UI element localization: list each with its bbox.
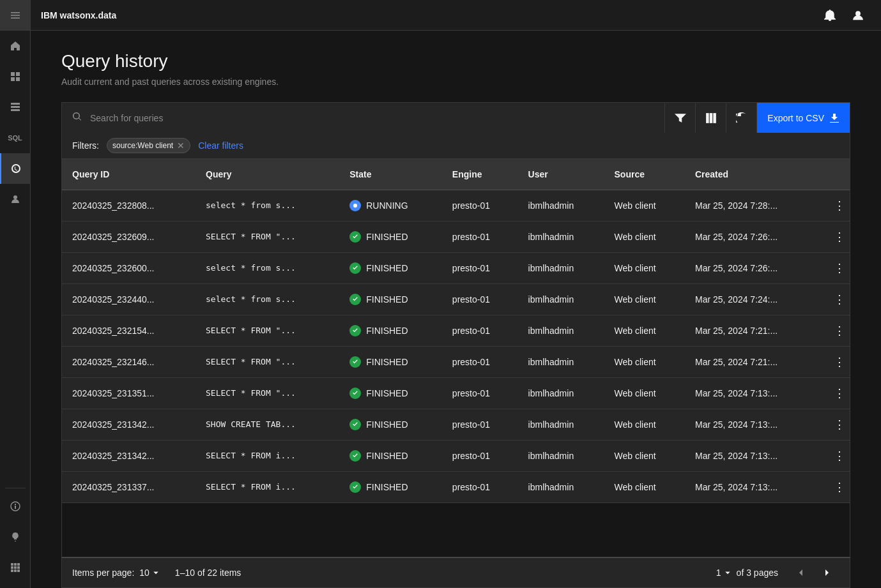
col-header-query: Query: [195, 159, 339, 190]
cell-query: select * from s...: [195, 190, 339, 221]
filter-tag-close-button[interactable]: ✕: [177, 141, 185, 150]
cell-engine: presto-01: [442, 346, 518, 377]
cell-user: ibmlhadmin: [518, 190, 604, 221]
main-content: IBM watsonx.data Query history Audit cur…: [31, 0, 881, 588]
cell-engine: presto-01: [442, 190, 518, 221]
sidebar-item-sql[interactable]: SQL: [0, 123, 31, 153]
row-menu-button[interactable]: ⋮: [829, 383, 850, 403]
table-row: 20240325_232440... select * from s... FI…: [62, 283, 850, 315]
cell-query-id: 20240325_232440...: [62, 283, 195, 315]
topbar-menu-icon[interactable]: [0, 0, 30, 31]
table-row: 20240325_231351... SELECT * FROM "... FI…: [62, 377, 850, 409]
search-icon: [72, 112, 82, 124]
cell-query-id: 20240325_231351...: [62, 377, 195, 409]
table-row: 20240325_231342... SHOW CREATE TAB... FI…: [62, 409, 850, 440]
row-menu-button[interactable]: ⋮: [829, 258, 850, 278]
cell-actions: ⋮: [819, 471, 850, 502]
row-menu-button[interactable]: ⋮: [829, 320, 850, 341]
row-menu-button[interactable]: ⋮: [829, 446, 850, 466]
cell-engine: presto-01: [442, 471, 518, 502]
state-finished-icon: [349, 419, 361, 430]
row-menu-button[interactable]: ⋮: [829, 414, 850, 435]
sidebar-item-profile[interactable]: [0, 184, 31, 215]
svg-rect-21: [14, 569, 17, 572]
cell-actions: ⋮: [819, 346, 850, 377]
user-profile-button[interactable]: [845, 3, 871, 28]
pagination-next-button[interactable]: [814, 560, 839, 585]
columns-button[interactable]: [696, 103, 726, 133]
sidebar-item-apps[interactable]: [0, 552, 31, 583]
filter-button[interactable]: [665, 103, 696, 133]
cell-source: Web client: [604, 315, 685, 346]
svg-rect-19: [17, 566, 20, 569]
cell-state: RUNNING: [339, 190, 442, 221]
col-header-created: Created: [685, 159, 819, 190]
svg-rect-12: [15, 506, 16, 509]
state-finished-icon: [349, 481, 361, 493]
sidebar-item-idea[interactable]: [0, 522, 31, 552]
cell-query: SHOW CREATE TAB...: [195, 409, 339, 440]
svg-rect-15: [14, 563, 17, 566]
brand-label: IBM watsonx.data: [41, 10, 116, 20]
state-finished-icon: [349, 388, 361, 399]
sidebar-item-history[interactable]: [0, 153, 31, 184]
search-input[interactable]: [90, 113, 654, 123]
cell-created: Mar 25, 2024 7:21:...: [685, 346, 819, 377]
row-menu-button[interactable]: ⋮: [829, 477, 850, 497]
cell-query-id: 20240325_231337...: [62, 471, 195, 502]
cell-actions: ⋮: [819, 440, 850, 471]
cell-actions: ⋮: [819, 283, 850, 315]
cell-query-id: 20240325_231342...: [62, 409, 195, 440]
items-per-page-select[interactable]: 10: [139, 568, 160, 578]
cell-query-id: 20240325_231342...: [62, 440, 195, 471]
col-header-actions: [819, 159, 850, 190]
cell-state: FINISHED: [339, 315, 442, 346]
cell-engine: presto-01: [442, 283, 518, 315]
cell-engine: presto-01: [442, 221, 518, 252]
state-finished-icon: [349, 325, 361, 336]
pagination-prev-button[interactable]: [788, 560, 814, 585]
cell-state: FINISHED: [339, 283, 442, 315]
sidebar-item-table[interactable]: [0, 92, 31, 123]
cell-engine: presto-01: [442, 440, 518, 471]
sidebar-item-grid[interactable]: [0, 61, 31, 92]
row-menu-button[interactable]: ⋮: [829, 195, 850, 216]
cell-engine: presto-01: [442, 315, 518, 346]
filter-tag-label: source:Web client: [112, 141, 173, 150]
cell-query-id: 20240325_232146...: [62, 346, 195, 377]
row-menu-button[interactable]: ⋮: [829, 289, 850, 310]
refresh-button[interactable]: [726, 103, 757, 133]
row-menu-button[interactable]: ⋮: [829, 227, 850, 247]
export-csv-button[interactable]: Export to CSV: [757, 103, 850, 133]
cell-source: Web client: [604, 471, 685, 502]
svg-rect-5: [11, 77, 15, 81]
cell-query: select * from s...: [195, 252, 339, 283]
cell-actions: ⋮: [819, 252, 850, 283]
row-menu-button[interactable]: ⋮: [829, 352, 850, 372]
svg-rect-26: [713, 113, 716, 123]
svg-rect-17: [11, 566, 13, 569]
page-select[interactable]: 1: [716, 568, 732, 578]
cell-query: select * from s...: [195, 283, 339, 315]
notifications-button[interactable]: [817, 3, 843, 28]
svg-rect-8: [11, 106, 20, 108]
table-row: 20240325_231342... SELECT * FROM i... FI…: [62, 440, 850, 471]
state-finished-icon: [349, 262, 361, 274]
table-row: 20240325_232600... select * from s... FI…: [62, 252, 850, 283]
svg-rect-25: [710, 113, 713, 123]
sidebar-item-home[interactable]: [0, 31, 31, 61]
cell-user: ibmlhadmin: [518, 283, 604, 315]
svg-rect-7: [11, 103, 20, 105]
table-row: 20240325_232154... SELECT * FROM "... FI…: [62, 315, 850, 346]
sidebar-item-info[interactable]: [0, 491, 31, 522]
table-row: 20240325_231337... SELECT * FROM i... FI…: [62, 471, 850, 502]
cell-source: Web client: [604, 377, 685, 409]
cell-query: SELECT * FROM "...: [195, 377, 339, 409]
svg-rect-24: [706, 113, 709, 123]
cell-state: FINISHED: [339, 440, 442, 471]
svg-rect-13: [15, 504, 16, 505]
clear-filters-button[interactable]: Clear filters: [195, 140, 246, 151]
topbar: IBM watsonx.data: [31, 0, 881, 31]
cell-created: Mar 25, 2024 7:13:...: [685, 409, 819, 440]
cell-query-id: 20240325_232808...: [62, 190, 195, 221]
